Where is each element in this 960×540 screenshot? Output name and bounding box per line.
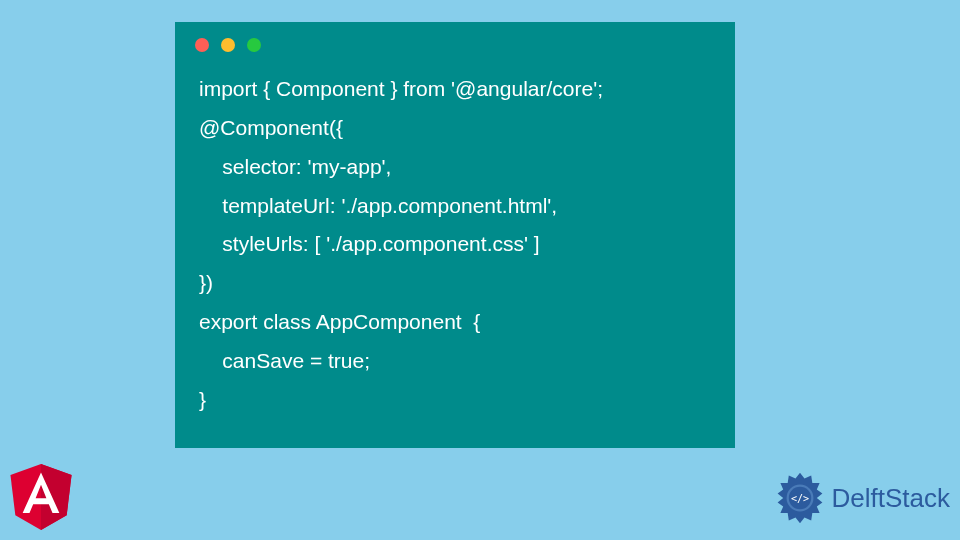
window-controls [175,22,735,62]
code-line: templateUrl: './app.component.html', [199,187,711,226]
gear-icon: </> [772,470,828,526]
minimize-icon [221,38,235,52]
code-line: }) [199,264,711,303]
code-line: selector: 'my-app', [199,148,711,187]
delftstack-branding: </> DelftStack [772,470,951,526]
code-line: @Component({ [199,109,711,148]
angular-logo-icon [10,464,72,530]
delftstack-label: DelftStack [832,483,951,514]
code-line: styleUrls: [ './app.component.css' ] [199,225,711,264]
code-line: import { Component } from '@angular/core… [199,70,711,109]
code-content: import { Component } from '@angular/core… [175,62,735,428]
svg-marker-1 [41,464,72,530]
code-line: canSave = true; [199,342,711,381]
code-line: } [199,381,711,420]
code-window: import { Component } from '@angular/core… [175,22,735,448]
code-line: export class AppComponent { [199,303,711,342]
maximize-icon [247,38,261,52]
close-icon [195,38,209,52]
svg-text:</>: </> [790,493,808,504]
